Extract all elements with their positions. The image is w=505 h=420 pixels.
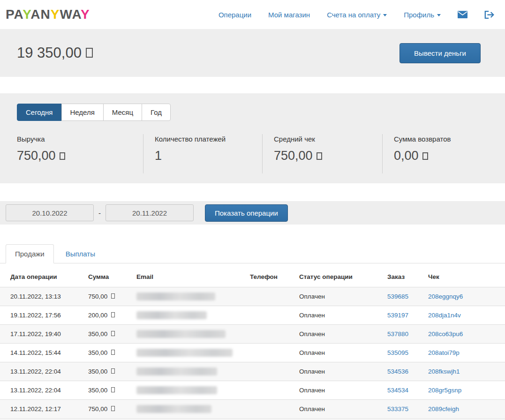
receipt-cell: 208co63pu6: [424, 325, 505, 344]
receipt-cell: 208atoi79p: [424, 344, 505, 362]
messages-icon[interactable]: [458, 11, 467, 18]
date-to-input[interactable]: [106, 204, 194, 221]
operation-status: Оплачен: [295, 381, 384, 400]
currency-placeholder-icon: [111, 350, 115, 355]
order-cell: 535095: [384, 344, 424, 362]
order-link[interactable]: 533375: [387, 405, 408, 412]
payanyway-logo[interactable]: PAYANYWAY: [6, 7, 90, 22]
operation-phone: [246, 344, 295, 362]
nav-operations[interactable]: Операции: [219, 11, 251, 19]
operation-status: Оплачен: [295, 306, 384, 325]
receipt-link[interactable]: 208co63pu6: [428, 330, 463, 338]
operation-amount: 750,00: [84, 287, 133, 306]
currency-placeholder-icon: [60, 152, 65, 160]
currency-placeholder-icon: [111, 387, 115, 392]
period-tab-week[interactable]: Неделя: [61, 104, 104, 121]
receipt-link[interactable]: 208gr5gsnp: [428, 387, 461, 394]
redacted-email: [136, 330, 226, 338]
operation-email: [133, 381, 246, 400]
operation-date: 17.11.2022, 19:40: [0, 325, 84, 344]
metric-value: 750,00: [17, 149, 143, 163]
operation-email: [133, 287, 246, 306]
order-link[interactable]: 534534: [387, 387, 408, 394]
operation-phone: [246, 325, 295, 344]
operation-amount: 750,00: [84, 400, 133, 419]
withdraw-button[interactable]: Вывести деньги: [399, 43, 481, 63]
metrics-row: Выручка 750,00 Количество платежей 1 Сре…: [17, 134, 488, 173]
operation-amount: 350,00: [84, 344, 133, 362]
spacer: [0, 77, 505, 93]
operation-email: [133, 362, 246, 381]
redacted-email: [136, 311, 207, 319]
redacted-email: [136, 405, 211, 413]
nav-my-shop[interactable]: Мой магазин: [268, 11, 310, 19]
metric-average-check: Средний чек 750,00: [262, 134, 382, 173]
currency-placeholder-icon: [111, 331, 115, 336]
operation-status: Оплачен: [295, 362, 384, 381]
order-link[interactable]: 535095: [387, 349, 408, 356]
logo-letter-segment: WA: [60, 7, 81, 22]
operation-status: Оплачен: [295, 344, 384, 362]
table-row: 12.11.2022, 12:17750,00 Оплачен533375208…: [0, 400, 505, 419]
table-row: 14.11.2022, 15:44350,00 Оплачен535095208…: [0, 344, 505, 362]
spacer: [0, 183, 505, 201]
date-range-separator: -: [98, 209, 101, 217]
table-row: 13.11.2022, 22:04350,00 Оплачен534536208…: [0, 362, 505, 381]
metric-label: Сумма возвратов: [394, 135, 488, 143]
metric-revenue: Выручка 750,00: [17, 134, 143, 173]
receipt-cell: 2089cfeigh: [424, 400, 505, 419]
nav-profile-label: Профиль: [404, 11, 434, 19]
operation-date: 12.11.2022, 12:17: [0, 400, 84, 419]
nav-invoices-dropdown[interactable]: Счета на оплату: [327, 11, 387, 19]
receipt-link[interactable]: 208atoi79p: [428, 349, 460, 356]
receipt-cell: 208gr5gsnp: [424, 381, 505, 400]
period-tab-year[interactable]: Год: [142, 104, 171, 121]
order-link[interactable]: 539197: [387, 312, 408, 319]
date-from-input[interactable]: [6, 204, 94, 221]
order-cell: 537880: [384, 325, 424, 344]
operation-amount: 350,00: [84, 325, 133, 344]
table-row: 17.11.2022, 19:40350,00 Оплачен537880208…: [0, 325, 505, 344]
order-cell: 534534: [384, 381, 424, 400]
metric-label: Количество платежей: [155, 135, 262, 143]
col-header-order: Заказ: [384, 263, 424, 287]
metric-refunds: Сумма возвратов 0,00: [382, 134, 488, 173]
table-row: 13.11.2022, 22:04350,00 Оплачен534534208…: [0, 381, 505, 400]
operation-status: Оплачен: [295, 325, 384, 344]
receipt-cell: 208eggnqy6: [424, 287, 505, 306]
order-cell: 539685: [384, 287, 424, 306]
receipt-link[interactable]: 208fkswjh1: [428, 368, 460, 375]
top-navbar: PAYANYWAY Операции Мой магазин Счета на …: [0, 0, 505, 29]
order-link[interactable]: 537880: [387, 330, 408, 338]
operations-table-body: 20.11.2022, 13:13750,00 Оплачен539685208…: [0, 287, 505, 419]
nav-profile-dropdown[interactable]: Профиль: [404, 11, 441, 19]
order-cell: 534536: [384, 362, 424, 381]
date-filter-section: - Показать операции: [0, 201, 505, 225]
order-cell: 533375: [384, 400, 424, 419]
receipt-link[interactable]: 2089cfeigh: [428, 405, 459, 412]
receipt-link[interactable]: 208dja1n4v: [428, 312, 461, 319]
stats-section: Сегодня Неделя Месяц Год Выручка 750,00 …: [0, 93, 505, 183]
operation-date: 20.11.2022, 13:13: [0, 287, 84, 306]
spacer: [0, 225, 505, 242]
operation-status: Оплачен: [295, 400, 384, 419]
operation-phone: [246, 306, 295, 325]
period-tab-month[interactable]: Месяц: [103, 104, 142, 121]
order-link[interactable]: 534536: [387, 368, 408, 375]
col-header-email: Email: [133, 263, 246, 287]
operation-phone: [246, 287, 295, 306]
payanyway-dashboard: PAYANYWAY Операции Мой магазин Счета на …: [0, 0, 505, 420]
period-tab-today[interactable]: Сегодня: [17, 104, 62, 121]
metric-label: Выручка: [17, 135, 143, 143]
receipt-link[interactable]: 208eggnqy6: [428, 293, 463, 300]
operation-amount: 200,00: [84, 306, 133, 325]
logout-icon[interactable]: [484, 10, 495, 19]
period-tabs: Сегодня Неделя Месяц Год: [17, 104, 171, 121]
table-row: 20.11.2022, 13:13750,00 Оплачен539685208…: [0, 287, 505, 306]
order-link[interactable]: 539685: [387, 293, 408, 300]
operation-email: [133, 400, 246, 419]
tab-payouts[interactable]: Выплаты: [57, 245, 104, 263]
metric-value: 750,00: [274, 149, 382, 163]
show-operations-button[interactable]: Показать операции: [205, 204, 288, 222]
tab-sales[interactable]: Продажи: [6, 244, 54, 263]
